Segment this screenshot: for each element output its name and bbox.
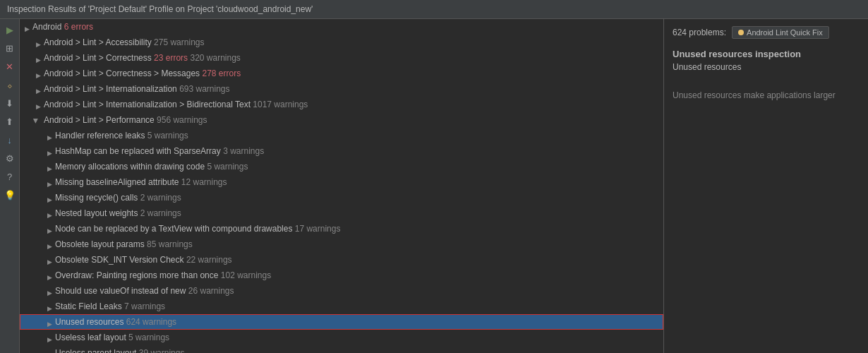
title-bar: Inspection Results of 'Project Default' …: [0, 0, 868, 19]
tree-item-13[interactable]: ▶Nested layout weights 2 warnings: [20, 205, 663, 221]
tree-count-20: 624 warnings: [126, 317, 176, 327]
tree-item-9[interactable]: ▶HashMap can be replaced with SparseArra…: [20, 143, 663, 159]
tree-arrow-9: ▶: [45, 147, 54, 155]
tree-label-9: HashMap can be replaced with SparseArray…: [55, 145, 264, 157]
down-nav-button[interactable]: ↓: [2, 132, 18, 148]
tree-label-3: Android > Lint > Correctness 23 errors 3…: [44, 52, 241, 64]
tree-item-1[interactable]: ▶Android 6 errors: [20, 19, 663, 35]
tree-label-2: Android > Lint > Accessibility 275 warni…: [44, 36, 204, 49]
tree-count-17: 102 warnings: [221, 270, 271, 280]
tree-arrow-20: ▶: [45, 318, 54, 326]
tree-arrow-17: ▶: [45, 271, 54, 280]
tree-item-12[interactable]: ▶Missing recycle() calls 2 warnings: [20, 190, 663, 205]
tree-arrow-2: ▶: [34, 38, 42, 47]
bulb-button[interactable]: 💡: [2, 187, 18, 203]
tree-arrow-7: ▶: [34, 116, 42, 125]
tree-arrow-1: ▶: [23, 23, 31, 31]
tree-arrow-5: ▶: [34, 85, 42, 93]
tree-item-6[interactable]: ▶Android > Lint > Internationalization >…: [20, 97, 663, 112]
filter-button[interactable]: ⬦: [2, 77, 18, 92]
tree-arrow-10: ▶: [45, 162, 54, 171]
title-text: Inspection Results of 'Project Default' …: [7, 4, 313, 14]
tree-item-19[interactable]: ▶Static Field Leaks 7 warnings: [20, 299, 663, 314]
tree-label-12: Missing recycle() calls 2 warnings: [55, 191, 181, 204]
main-container: ▶ ⊞ ✕ ⬦ ⬇ ⬆ ↓ ⚙ ? 💡 ▶Android 6 errors▶An…: [0, 19, 868, 353]
tree-label-5: Android > Lint > Internationalization 69…: [44, 83, 230, 95]
tree-arrow-19: ▶: [45, 302, 54, 311]
layout-button[interactable]: ⊞: [2, 40, 18, 56]
tree-count-11: 12 warnings: [181, 177, 227, 187]
help-button[interactable]: ?: [2, 169, 18, 184]
export-button[interactable]: ⬇: [2, 95, 18, 111]
tree-item-21[interactable]: ▶Useless leaf layout 5 warnings: [20, 330, 663, 345]
tree-item-15[interactable]: ▶Obsolete layout params 85 warnings: [20, 237, 663, 252]
tree-count-5: 693 warnings: [179, 84, 229, 94]
tree-count-9: 3 warnings: [223, 146, 264, 156]
tree-count-3: 23 errors: [154, 53, 188, 63]
tree-arrow-13: ▶: [45, 209, 54, 217]
tree-count-14: 17 warnings: [295, 224, 341, 234]
tree-arrow-18: ▶: [45, 287, 54, 295]
tree-item-22[interactable]: ▶Useless parent layout 39 warnings: [20, 345, 663, 353]
tree-count-13: 2 warnings: [140, 208, 181, 218]
tree-item-16[interactable]: ▶Obsolete SDK_INT Version Check 22 warni…: [20, 252, 663, 268]
tree-item-14[interactable]: ▶Node can be replaced by a TextView with…: [20, 221, 663, 237]
tree-count-16: 22 warnings: [186, 255, 232, 265]
tree-arrow-6: ▶: [34, 100, 42, 109]
tree-label-11: Missing baselineAligned attribute 12 war…: [55, 176, 227, 189]
tree-label-8: Handler reference leaks 5 warnings: [55, 129, 188, 142]
quick-fix-label: Android Lint Quick Fix: [747, 28, 823, 37]
tree-item-8[interactable]: ▶Handler reference leaks 5 warnings: [20, 128, 663, 143]
tree-arrow-11: ▶: [45, 178, 54, 186]
problems-count: 624 problems:: [673, 28, 726, 37]
tree-arrow-21: ▶: [45, 333, 54, 342]
tree-count-6: 1017 warnings: [253, 100, 308, 109]
tree-label-1: Android 6 errors: [32, 20, 93, 33]
tree-arrow-22: ▶: [45, 349, 54, 353]
tree-item-4[interactable]: ▶Android > Lint > Correctness > Messages…: [20, 66, 663, 81]
tree-item-17[interactable]: ▶Overdraw: Painting regions more than on…: [20, 268, 663, 283]
tree-label-18: Should use valueOf instead of new 26 war…: [55, 285, 234, 297]
tree-label-17: Overdraw: Painting regions more than onc…: [55, 269, 271, 282]
close-button[interactable]: ✕: [2, 59, 18, 74]
inspection-desc: Unused resources make applications large…: [673, 89, 860, 102]
tree-arrow-4: ▶: [34, 69, 42, 78]
tree-label-21: Useless leaf layout 5 warnings: [55, 331, 169, 344]
tree-count-4: 278 errors: [202, 68, 241, 78]
tree-count2-3: 320 warnings: [190, 53, 240, 63]
tree-arrow-8: ▶: [45, 131, 54, 140]
tree-item-5[interactable]: ▶Android > Lint > Internationalization 6…: [20, 81, 663, 97]
tree-label-13: Nested layout weights 2 warnings: [55, 207, 181, 220]
tree-arrow-14: ▶: [45, 225, 54, 233]
tree-count-10: 5 warnings: [207, 162, 248, 172]
tree-panel: ▶Android 6 errors▶Android > Lint > Acces…: [20, 19, 663, 353]
tree-item-7[interactable]: ▶Android > Lint > Performance 956 warnin…: [20, 112, 663, 128]
tree-item-3[interactable]: ▶Android > Lint > Correctness 23 errors …: [20, 50, 663, 66]
tree-count-7: 956 warnings: [157, 115, 207, 125]
tree-arrow-15: ▶: [45, 240, 54, 249]
collapse-button[interactable]: ⬆: [2, 114, 18, 129]
play-button[interactable]: ▶: [2, 22, 18, 37]
inspection-subtitle: Unused resources: [673, 62, 860, 72]
tree-label-7: Android > Lint > Performance 956 warning…: [44, 114, 207, 126]
tree-count-22: 39 warnings: [139, 348, 185, 353]
tree-label-22: Useless parent layout 39 warnings: [55, 347, 184, 353]
settings-button[interactable]: ⚙: [2, 150, 18, 166]
tree-item-10[interactable]: ▶Memory allocations within drawing code …: [20, 159, 663, 174]
left-toolbar: ▶ ⊞ ✕ ⬦ ⬇ ⬆ ↓ ⚙ ? 💡: [0, 19, 20, 353]
tree-label-14: Node can be replaced by a TextView with …: [55, 222, 340, 235]
tree-arrow-12: ▶: [45, 193, 54, 202]
quick-fix-button[interactable]: Android Lint Quick Fix: [732, 26, 829, 39]
tree-item-11[interactable]: ▶Missing baselineAligned attribute 12 wa…: [20, 174, 663, 190]
tree-count-15: 85 warnings: [147, 239, 193, 249]
problems-header: 624 problems: Android Lint Quick Fix: [673, 26, 860, 39]
tree-count-2: 275 warnings: [154, 37, 204, 47]
tree-count-12: 2 warnings: [140, 193, 181, 203]
tree-label-15: Obsolete layout params 85 warnings: [55, 238, 193, 251]
tree-item-2[interactable]: ▶Android > Lint > Accessibility 275 warn…: [20, 35, 663, 50]
tree-label-19: Static Field Leaks 7 warnings: [55, 300, 165, 313]
tree-item-18[interactable]: ▶Should use valueOf instead of new 26 wa…: [20, 283, 663, 299]
tree-arrow-3: ▶: [34, 54, 42, 62]
tree-item-20[interactable]: ▶Unused resources 624 warnings: [20, 314, 663, 330]
tree-count-18: 26 warnings: [188, 286, 234, 296]
